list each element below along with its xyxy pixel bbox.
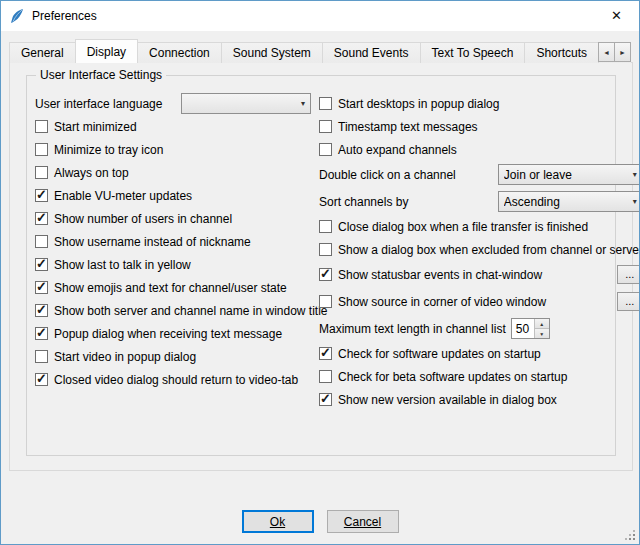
checkbox-label: Check for beta software updates on start…	[338, 370, 567, 384]
checkbox-row-start-minimized[interactable]: Start minimized	[35, 115, 311, 138]
checkbox-label: Show a dialog box when excluded from cha…	[338, 243, 640, 257]
tab-shortcuts[interactable]: Shortcuts	[524, 42, 599, 63]
checkbox-label: Start desktops in popup dialog	[338, 97, 499, 111]
checkbox-label: Popup dialog when receiving text message	[54, 327, 282, 341]
tab-display[interactable]: Display	[75, 39, 138, 63]
checkbox-row-video-popup[interactable]: Start video in popup dialog	[35, 345, 311, 368]
checkbox-row-check-updates[interactable]: Check for software updates on startup	[319, 342, 640, 365]
checkbox[interactable]	[319, 143, 332, 156]
checkbox-label: Close dialog box when a file transfer is…	[338, 220, 588, 234]
ok-button-label: Ok	[270, 515, 285, 529]
ok-button[interactable]: Ok	[242, 510, 314, 533]
checkbox[interactable]	[319, 347, 332, 360]
max-text-length-row: Maximum text length in channel list 50 ▲…	[319, 315, 640, 342]
close-icon[interactable]: ✕	[594, 1, 639, 30]
checkbox-label: Closed video dialog should return to vid…	[54, 373, 298, 387]
settings-columns: User interface language ▾ Start minimize…	[35, 92, 607, 411]
checkbox-row-close-on-transfer[interactable]: Close dialog box when a file transfer is…	[319, 215, 640, 238]
sort-channels-row: Sort channels by Ascending ▾	[319, 188, 640, 215]
checkbox-row-check-beta-updates[interactable]: Check for beta software updates on start…	[319, 365, 640, 388]
tab-general[interactable]: General	[9, 42, 76, 63]
preferences-dialog: Preferences ✕ General Display Connection…	[0, 0, 640, 545]
checkbox[interactable]	[319, 370, 332, 383]
checkbox-label: Start video in popup dialog	[54, 350, 196, 364]
checkbox[interactable]	[319, 268, 332, 281]
left-column: User interface language ▾ Start minimize…	[35, 92, 311, 411]
language-row: User interface language ▾	[35, 92, 311, 115]
group-user-interface-settings: User Interface Settings User interface l…	[26, 75, 616, 456]
cancel-button[interactable]: Cancel	[327, 510, 399, 533]
checkbox[interactable]	[319, 243, 332, 256]
double-click-row: Double click on a channel Join or leave …	[319, 161, 640, 188]
checkbox-label: Show source in corner of video window	[338, 295, 546, 309]
max-text-length-label: Maximum text length in channel list	[319, 322, 506, 336]
double-click-combobox[interactable]: Join or leave ▾	[498, 164, 640, 185]
tab-bar: General Display Connection Sound System …	[9, 39, 631, 63]
tab-scroll-left-icon[interactable]: ◄	[598, 42, 615, 62]
checkbox-label: Auto expand channels	[338, 143, 457, 157]
checkbox-row-video-source-corner[interactable]: Show source in corner of video window ..…	[319, 288, 640, 315]
checkbox-row-always-on-top[interactable]: Always on top	[35, 161, 311, 184]
spin-up-icon[interactable]: ▲	[535, 319, 549, 328]
checkbox-row-video-return-tab[interactable]: Closed video dialog should return to vid…	[35, 368, 311, 391]
sort-channels-combobox[interactable]: Ascending ▾	[498, 191, 640, 212]
checkbox-row-timestamp-messages[interactable]: Timestamp text messages	[319, 115, 640, 138]
checkbox[interactable]	[35, 120, 48, 133]
spin-down-icon[interactable]: ▼	[535, 328, 549, 338]
tab-scroll-right-icon[interactable]: ►	[614, 42, 631, 62]
checkbox-row-minimize-to-tray[interactable]: Minimize to tray icon	[35, 138, 311, 161]
checkbox-row-last-to-talk[interactable]: Show last to talk in yellow	[35, 253, 311, 276]
statusbar-events-browse-button[interactable]: ...	[617, 265, 640, 284]
checkbox-row-server-channel-title[interactable]: Show both server and channel name in win…	[35, 299, 311, 322]
checkbox-row-auto-expand-channels[interactable]: Auto expand channels	[319, 138, 640, 161]
checkbox[interactable]	[35, 143, 48, 156]
cancel-button-label: Cancel	[344, 515, 381, 529]
double-click-value: Join or leave	[504, 168, 627, 182]
resize-grip[interactable]	[623, 528, 635, 540]
video-source-browse-button[interactable]: ...	[617, 292, 640, 311]
checkbox-label: Show both server and channel name in win…	[54, 304, 328, 318]
chevron-down-icon: ▾	[627, 170, 637, 179]
tab-sound-events[interactable]: Sound Events	[322, 42, 421, 63]
checkbox-row-excluded-dialog[interactable]: Show a dialog box when excluded from cha…	[319, 238, 640, 261]
checkbox-label: Start minimized	[54, 120, 137, 134]
checkbox[interactable]	[35, 166, 48, 179]
checkbox-row-popup-text-message[interactable]: Popup dialog when receiving text message	[35, 322, 311, 345]
language-combobox[interactable]: ▾	[181, 93, 311, 114]
checkbox-label: Show last to talk in yellow	[54, 258, 191, 272]
checkbox-row-new-version-dialog[interactable]: Show new version available in dialog box	[319, 388, 640, 411]
checkbox-row-show-emojis[interactable]: Show emojis and text for channel/user st…	[35, 276, 311, 299]
titlebar[interactable]: Preferences ✕	[1, 1, 639, 31]
checkbox[interactable]	[35, 235, 48, 248]
checkbox[interactable]	[35, 258, 48, 271]
checkbox-label: Check for software updates on startup	[338, 347, 541, 361]
checkbox-row-show-user-count[interactable]: Show number of users in channel	[35, 207, 311, 230]
checkbox[interactable]	[35, 189, 48, 202]
checkbox[interactable]	[319, 120, 332, 133]
checkbox-label: Show username instead of nickname	[54, 235, 251, 249]
tab-scroll-control: ◄ ►	[599, 42, 631, 62]
tab-text-to-speech[interactable]: Text To Speech	[420, 42, 526, 63]
checkbox-row-vu-meter-updates[interactable]: Enable VU-meter updates	[35, 184, 311, 207]
checkbox[interactable]	[319, 295, 332, 308]
checkbox-row-statusbar-events[interactable]: Show statusbar events in chat-window ...	[319, 261, 640, 288]
checkbox[interactable]	[35, 281, 48, 294]
checkbox[interactable]	[319, 220, 332, 233]
checkbox-label: Minimize to tray icon	[54, 143, 163, 157]
checkbox[interactable]	[35, 350, 48, 363]
checkbox[interactable]	[35, 304, 48, 317]
checkbox-label: Show emojis and text for channel/user st…	[54, 281, 287, 295]
app-logo-icon	[9, 8, 25, 24]
spinner-buttons: ▲ ▼	[534, 319, 549, 338]
checkbox-row-desktops-popup[interactable]: Start desktops in popup dialog	[319, 92, 640, 115]
checkbox[interactable]	[35, 327, 48, 340]
max-text-length-spinner[interactable]: 50 ▲ ▼	[511, 318, 550, 339]
tab-sound-system[interactable]: Sound System	[221, 42, 323, 63]
checkbox-row-show-username[interactable]: Show username instead of nickname	[35, 230, 311, 253]
checkbox[interactable]	[319, 97, 332, 110]
tab-connection[interactable]: Connection	[137, 42, 222, 63]
checkbox[interactable]	[35, 373, 48, 386]
checkbox[interactable]	[35, 212, 48, 225]
max-text-length-value[interactable]: 50	[512, 319, 534, 338]
checkbox[interactable]	[319, 393, 332, 406]
